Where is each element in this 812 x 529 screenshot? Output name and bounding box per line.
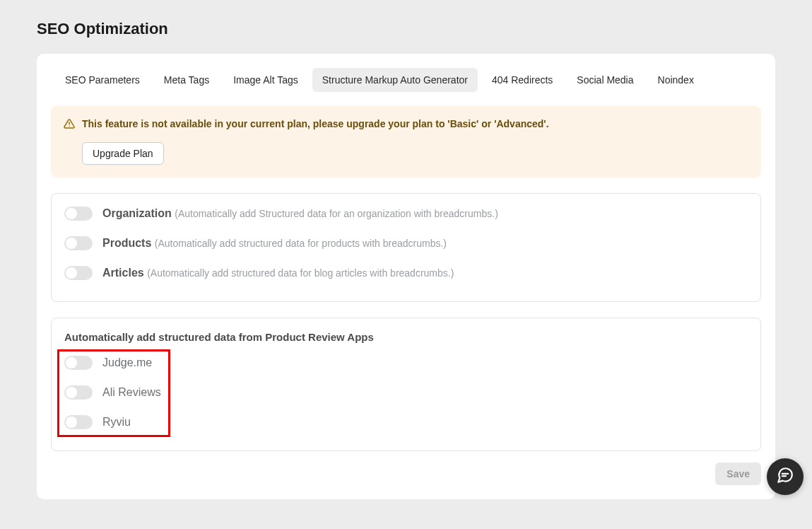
upgrade-banner-text: This feature is not available in your cu… — [82, 117, 549, 132]
toggle-desc-organization: (Automatically add Structured data for a… — [175, 208, 498, 219]
settings-card: SEO Parameters Meta Tags Image Alt Tags … — [37, 54, 775, 499]
toggle-row-ryviu: Ryviu — [64, 415, 748, 429]
save-button[interactable]: Save — [715, 463, 761, 485]
review-apps-panel: Automatically add structured data from P… — [51, 318, 761, 451]
tab-404-redirects[interactable]: 404 Redirects — [482, 68, 563, 92]
upgrade-plan-button[interactable]: Upgrade Plan — [82, 142, 164, 165]
toggle-label-judgeme: Judge.me — [102, 356, 152, 369]
tabs: SEO Parameters Meta Tags Image Alt Tags … — [51, 68, 761, 92]
save-wrap: Save — [51, 463, 761, 485]
toggle-row-products: Products (Automatically add structured d… — [64, 236, 748, 250]
chat-fab[interactable] — [767, 458, 804, 495]
tab-structure-markup[interactable]: Structure Markup Auto Generator — [312, 68, 478, 92]
structured-data-panel: Organization (Automatically add Structur… — [51, 193, 761, 302]
toggle-label-organization: Organization (Automatically add Structur… — [102, 207, 498, 220]
toggle-ryviu[interactable] — [64, 415, 93, 429]
tab-seo-parameters[interactable]: SEO Parameters — [55, 68, 150, 92]
toggle-label-alireviews: Ali Reviews — [102, 386, 161, 399]
warning-icon — [64, 118, 75, 132]
toggle-desc-products: (Automatically add structured data for p… — [155, 238, 447, 249]
chat-icon — [776, 466, 794, 487]
toggle-products[interactable] — [64, 236, 93, 250]
tab-social-media[interactable]: Social Media — [567, 68, 643, 92]
toggle-row-organization: Organization (Automatically add Structur… — [64, 207, 748, 221]
toggle-organization[interactable] — [64, 207, 93, 221]
toggle-row-alireviews: Ali Reviews — [64, 385, 748, 400]
tab-image-alt-tags[interactable]: Image Alt Tags — [223, 68, 308, 92]
toggle-name-organization: Organization — [102, 207, 172, 219]
review-apps-heading: Automatically add structured data from P… — [64, 331, 748, 343]
toggle-alireviews[interactable] — [64, 385, 93, 400]
tab-meta-tags[interactable]: Meta Tags — [154, 68, 219, 92]
tab-noindex[interactable]: Noindex — [648, 68, 704, 92]
toggle-label-articles: Articles (Automatically add structured d… — [102, 267, 454, 279]
toggle-articles[interactable] — [64, 266, 93, 280]
toggle-judgeme[interactable] — [64, 356, 93, 370]
upgrade-banner: This feature is not available in your cu… — [51, 106, 761, 178]
toggle-label-ryviu: Ryviu — [102, 416, 131, 429]
toggle-desc-articles: (Automatically add structured data for b… — [147, 267, 454, 279]
toggle-name-products: Products — [102, 237, 151, 249]
toggle-row-articles: Articles (Automatically add structured d… — [64, 266, 748, 280]
toggle-row-judgeme: Judge.me — [64, 356, 748, 370]
toggle-name-articles: Articles — [102, 267, 144, 279]
toggle-label-products: Products (Automatically add structured d… — [102, 237, 447, 250]
page-title: SEO Optimization — [37, 20, 775, 38]
